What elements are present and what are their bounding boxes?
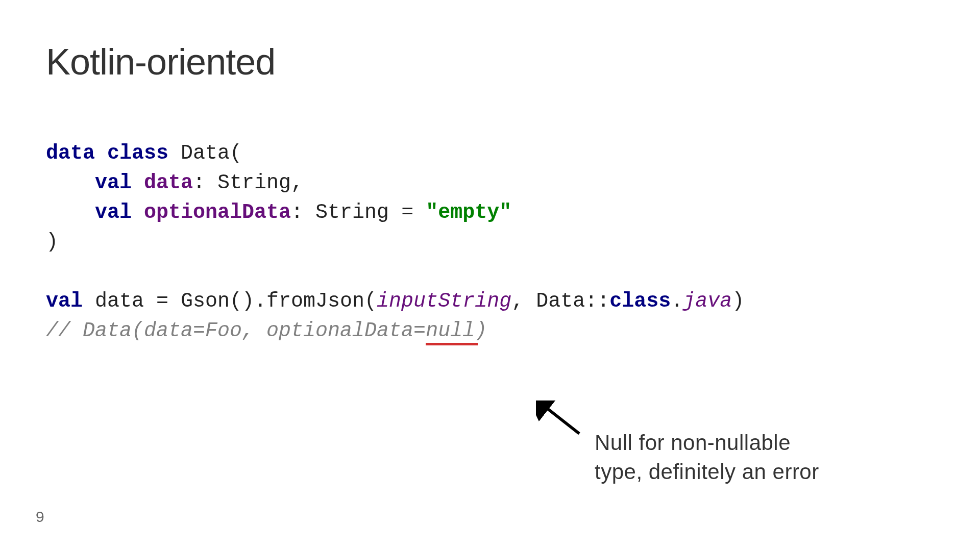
string-literal: "empty" (426, 201, 511, 224)
property-data: data (144, 171, 193, 194)
slide-container: Kotlin-oriented data class Data( val dat… (0, 0, 980, 551)
indent (46, 171, 95, 194)
comment-prefix: // Data(data=Foo, optionalData= (46, 319, 426, 342)
keyword-val2: val (95, 201, 132, 224)
input-string-ident: inputString (377, 290, 511, 313)
code-block: data class Data( val data: String, val o… (46, 139, 934, 346)
slide-title: Kotlin-oriented (46, 41, 934, 83)
svg-line-1 (544, 406, 579, 434)
keyword-class: class (107, 142, 168, 165)
indent2 (46, 201, 95, 224)
comment-null: null (426, 319, 475, 342)
gson-call-1: data = Gson().fromJson( (83, 290, 377, 313)
annotation-label: Null for non-nullable type, definitely a… (595, 429, 819, 486)
annotation-line-2: type, definitely an error (595, 458, 819, 487)
close-paren-2: ) (732, 290, 744, 313)
class-keyword: class (609, 290, 671, 313)
java-prop: java (683, 290, 732, 313)
comment-suffix: ) (475, 319, 487, 342)
page-number: 9 (36, 508, 44, 525)
arrow-icon (536, 400, 587, 441)
keyword-val3: val (46, 290, 83, 313)
dot: . (671, 290, 683, 313)
annotation-line-1: Null for non-nullable (595, 429, 819, 458)
gson-call-2: , Data:: (511, 290, 609, 313)
keyword-val: val (95, 171, 132, 194)
keyword-data: data (46, 142, 95, 165)
type-annotation-1: : String, (193, 171, 303, 194)
type-annotation-2: : String = (291, 201, 426, 224)
class-name: Data( (168, 142, 242, 165)
close-paren: ) (46, 231, 58, 254)
property-optional: optionalData (144, 201, 291, 224)
